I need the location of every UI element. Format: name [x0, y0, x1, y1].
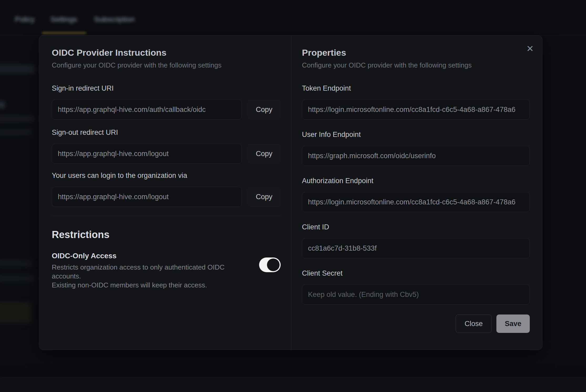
properties-section: Properties Configure your OIDC provider … — [302, 35, 530, 333]
client-secret-row — [302, 285, 530, 305]
section-subtitle: Configure your OIDC provider with the fo… — [302, 61, 530, 70]
active-tab-indicator — [42, 32, 86, 34]
sign-out-redirect-uri-row: Copy — [52, 144, 281, 164]
tab-subscription[interactable]: Subscription — [94, 15, 135, 24]
blurred-background-text — [0, 129, 33, 135]
oidc-only-access-label: OIDC-Only Access — [52, 251, 236, 260]
authorization-endpoint-label: Authorization Endpoint — [302, 176, 530, 185]
tab-policy[interactable]: Policy — [15, 15, 35, 24]
screen: Policy Settings Subscription ✕ OIDC Prov… — [0, 0, 586, 392]
sign-in-redirect-uri-input[interactable] — [52, 100, 242, 120]
copy-login-via-button[interactable]: Copy — [248, 187, 281, 207]
oidc-only-access-toggle[interactable] — [259, 257, 281, 272]
authorization-endpoint-row — [302, 192, 530, 212]
close-button[interactable]: Close — [456, 314, 492, 333]
oidc-only-access-description: Restricts organization access to only au… — [52, 263, 236, 290]
blurred-background-button — [0, 302, 32, 323]
restrictions-title: Restrictions — [52, 229, 281, 241]
client-secret-label: Client Secret — [302, 269, 530, 278]
blurred-background-text — [0, 260, 33, 266]
login-via-input[interactable] — [52, 187, 242, 207]
authorization-endpoint-input[interactable] — [302, 192, 530, 212]
oidc-only-access-row: OIDC-Only Access Restricts organization … — [52, 251, 281, 290]
user-info-endpoint-input[interactable] — [302, 146, 530, 166]
token-endpoint-row — [302, 100, 530, 120]
description-line-2: Existing non-OIDC members will keep thei… — [52, 281, 236, 290]
restrictions-divider — [52, 216, 281, 216]
oidc-settings-dialog: ✕ OIDC Provider Instructions Configure y… — [39, 35, 542, 350]
login-via-label: Your users can login to the organization… — [52, 171, 281, 180]
background-band — [0, 367, 586, 377]
oidc-only-access-info: OIDC-Only Access Restricts organization … — [52, 251, 236, 290]
copy-sign-out-uri-button[interactable]: Copy — [248, 144, 281, 164]
description-line-1: Restricts organization access to only au… — [52, 263, 236, 281]
client-id-label: Client ID — [302, 223, 530, 231]
blurred-background-text — [0, 116, 35, 122]
section-subtitle: Configure your OIDC provider with the fo… — [52, 61, 281, 70]
background-footer-band — [0, 377, 586, 392]
token-endpoint-label: Token Endpoint — [302, 84, 530, 93]
sign-out-redirect-uri-input[interactable] — [52, 144, 242, 164]
client-id-row — [302, 238, 530, 258]
tab-settings[interactable]: Settings — [50, 15, 77, 24]
dialog-actions: Close Save — [302, 314, 530, 333]
user-info-endpoint-row — [302, 146, 530, 166]
sign-in-redirect-uri-label: Sign-in redirect URI — [52, 84, 281, 93]
blurred-background-text — [0, 275, 35, 282]
login-via-row: Copy — [52, 187, 281, 207]
save-button[interactable]: Save — [496, 314, 530, 333]
sign-in-redirect-uri-row: Copy — [52, 100, 281, 120]
sign-out-redirect-uri-label: Sign-out redirect URI — [52, 128, 281, 137]
token-endpoint-input[interactable] — [302, 100, 530, 120]
blurred-background-dot — [0, 101, 5, 108]
section-title: OIDC Provider Instructions — [52, 47, 281, 58]
blurred-background-text — [0, 65, 35, 74]
section-title: Properties — [302, 47, 530, 58]
copy-sign-in-uri-button[interactable]: Copy — [248, 100, 281, 120]
background-tabbar: Policy Settings Subscription — [0, 0, 586, 35]
user-info-endpoint-label: User Info Endpoint — [302, 130, 530, 139]
toggle-thumb-icon — [267, 259, 280, 271]
oidc-instructions-section: OIDC Provider Instructions Configure you… — [52, 35, 281, 290]
column-divider — [291, 35, 291, 350]
client-id-input[interactable] — [302, 238, 530, 258]
client-secret-input[interactable] — [302, 285, 530, 305]
